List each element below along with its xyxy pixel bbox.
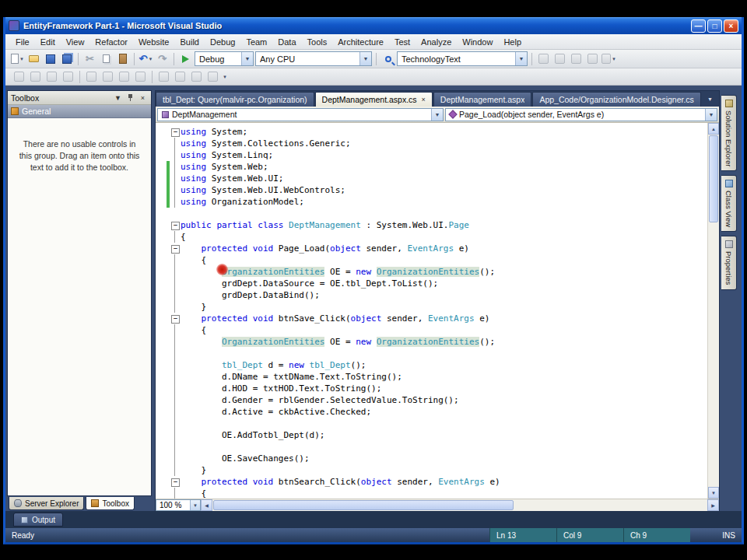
doc-tab[interactable]: App_Code/OrganizationModel.Designer.cs	[532, 92, 700, 107]
code-line[interactable]: {	[156, 488, 707, 499]
code-line[interactable]: OrganizationEntities OE = new Organizati…	[156, 266, 707, 278]
code-line[interactable]: grdDept.DataBind();	[156, 289, 707, 301]
menu-item-build[interactable]: Build	[174, 36, 204, 48]
code-line[interactable]: tbl_Dept d = new tbl_Dept();	[156, 359, 707, 371]
tab-overflow-icon[interactable]: ▼	[703, 96, 717, 102]
quick-info-icon[interactable]	[44, 69, 59, 84]
new-file-icon[interactable]: ▼	[10, 51, 25, 66]
tab-close-icon[interactable]: ×	[422, 96, 426, 103]
code-line[interactable]: using System;	[156, 126, 707, 138]
fold-collapse-icon[interactable]	[170, 476, 181, 488]
code-line[interactable]: using System.Web;	[156, 161, 707, 173]
code-line[interactable]: using System.Collections.Generic;	[156, 138, 707, 149]
redo-icon[interactable]: ↷	[155, 51, 170, 66]
menu-item-view[interactable]: View	[61, 36, 90, 48]
comment-icon[interactable]	[117, 69, 132, 84]
chevron-down-icon[interactable]: ▼	[190, 500, 200, 510]
code-line[interactable]	[156, 208, 707, 219]
chevron-down-icon[interactable]: ▼	[515, 52, 527, 65]
tab-properties[interactable]: Properties	[721, 236, 737, 289]
code-line[interactable]: protected void btnSave_Click(object send…	[156, 313, 707, 324]
code-line[interactable]	[156, 348, 707, 359]
code-line[interactable]: using System.Web.UI.WebControls;	[156, 184, 707, 196]
tab-class-view[interactable]: Class View	[721, 175, 737, 232]
tab-output[interactable]: Output	[13, 513, 63, 527]
menu-item-test[interactable]: Test	[389, 36, 416, 48]
doc-tab[interactable]: DeptManagement.aspx	[433, 92, 532, 107]
paste-icon[interactable]	[115, 51, 130, 66]
horizontal-scrollbar[interactable]: ◀ ▶	[201, 499, 719, 511]
copy-icon[interactable]	[99, 51, 114, 66]
parameter-info-icon[interactable]	[28, 69, 43, 84]
solution-configuration-dropdown[interactable]: Debug▼	[195, 51, 254, 66]
maximize-button[interactable]: □	[707, 19, 722, 33]
scroll-up-icon[interactable]: ▲	[708, 123, 719, 135]
code-line[interactable]: public partial class DeptManagement : Sy…	[156, 219, 707, 231]
properties-window-icon[interactable]	[552, 51, 567, 66]
menu-item-debug[interactable]: Debug	[205, 36, 240, 48]
menu-item-tools[interactable]: Tools	[302, 36, 333, 48]
menu-item-help[interactable]: Help	[498, 36, 527, 48]
code-line[interactable]: grdDept.DataSource = OE.tbl_Dept.ToList(…	[156, 278, 707, 289]
vertical-scrollbar[interactable]: ▲ ▼	[707, 123, 719, 499]
minimize-button[interactable]: —	[691, 19, 706, 33]
menu-item-analyze[interactable]: Analyze	[416, 36, 457, 48]
code-line[interactable]: using OrganizationModel;	[156, 196, 707, 208]
code-line[interactable]: protected void Page_Load(object sender, …	[156, 243, 707, 254]
code-line[interactable]: using System.Linq;	[156, 149, 707, 161]
tab-toolbox[interactable]: Toolbox	[86, 497, 134, 510]
solution-explorer-icon[interactable]	[536, 51, 551, 66]
types-dropdown[interactable]: DeptManagement ▼	[157, 108, 444, 121]
code-line[interactable]: }	[156, 464, 707, 476]
code-line[interactable]: d.Active = ckbActive.Checked;	[156, 406, 707, 418]
save-icon[interactable]	[43, 51, 58, 66]
code-line[interactable]: {	[156, 324, 707, 336]
start-debug-icon[interactable]	[178, 51, 193, 66]
menu-item-data[interactable]: Data	[272, 36, 301, 48]
fold-collapse-icon[interactable]	[170, 313, 181, 324]
scrollbar-thumb[interactable]	[213, 500, 514, 510]
close-button[interactable]: ×	[724, 19, 738, 33]
chevron-down-icon[interactable]: ▼	[359, 52, 371, 65]
pin-icon[interactable]	[125, 93, 135, 103]
chevron-down-icon[interactable]: ▼	[431, 109, 443, 121]
doc-tab[interactable]: tbl_Dept: Query(malvir-pc.Organization)	[156, 92, 314, 107]
fold-collapse-icon[interactable]	[170, 243, 181, 254]
solution-platform-dropdown[interactable]: Any CPU▼	[255, 51, 372, 66]
code-line[interactable]	[156, 441, 707, 453]
menu-item-architecture[interactable]: Architecture	[332, 36, 389, 48]
save-all-icon[interactable]	[59, 51, 74, 66]
word-completion-icon[interactable]	[61, 69, 75, 84]
menu-item-file[interactable]: File	[10, 36, 35, 48]
code-line[interactable]: using System.Web.UI;	[156, 173, 707, 184]
previous-bookmark-icon[interactable]	[173, 69, 188, 84]
toolbox-window-icon[interactable]	[585, 51, 600, 66]
menu-item-website[interactable]: Website	[133, 36, 175, 48]
uncomment-icon[interactable]	[133, 69, 148, 84]
find-icon[interactable]	[381, 51, 395, 66]
code-line[interactable]	[156, 418, 707, 429]
code-area[interactable]: using System;using System.Collections.Ge…	[156, 123, 707, 499]
doc-tab[interactable]: DeptManagement.aspx.cs×	[315, 92, 433, 107]
menu-item-edit[interactable]: Edit	[35, 36, 61, 48]
toolbar-options-icon[interactable]: ▼	[223, 75, 227, 79]
indent-icon[interactable]	[100, 69, 115, 84]
menu-item-team[interactable]: Team	[240, 36, 272, 48]
code-line[interactable]: {	[156, 254, 707, 266]
scroll-down-icon[interactable]: ▼	[708, 487, 719, 499]
code-line[interactable]: d.Gender = rblGender.SelectedValue.ToStr…	[156, 394, 707, 406]
undo-icon[interactable]: ↶▼	[139, 51, 153, 66]
code-line[interactable]: }	[156, 301, 707, 313]
chevron-down-icon[interactable]: ▼	[241, 52, 253, 65]
menu-item-refactor[interactable]: Refactor	[89, 36, 133, 48]
window-position-icon[interactable]: ▼	[113, 93, 123, 103]
code-line[interactable]: {	[156, 231, 707, 243]
toolbox-group-general[interactable]: General	[8, 105, 151, 118]
close-panel-icon[interactable]: ×	[138, 93, 148, 103]
member-list-icon[interactable]	[12, 69, 26, 84]
toolbox-title-bar[interactable]: Toolbox ▼ ×	[8, 91, 151, 105]
object-browser-icon[interactable]	[569, 51, 584, 66]
open-file-icon[interactable]	[26, 51, 41, 66]
scrollbar-thumb[interactable]	[709, 135, 718, 222]
code-line[interactable]: OE.SaveChanges();	[156, 453, 707, 464]
